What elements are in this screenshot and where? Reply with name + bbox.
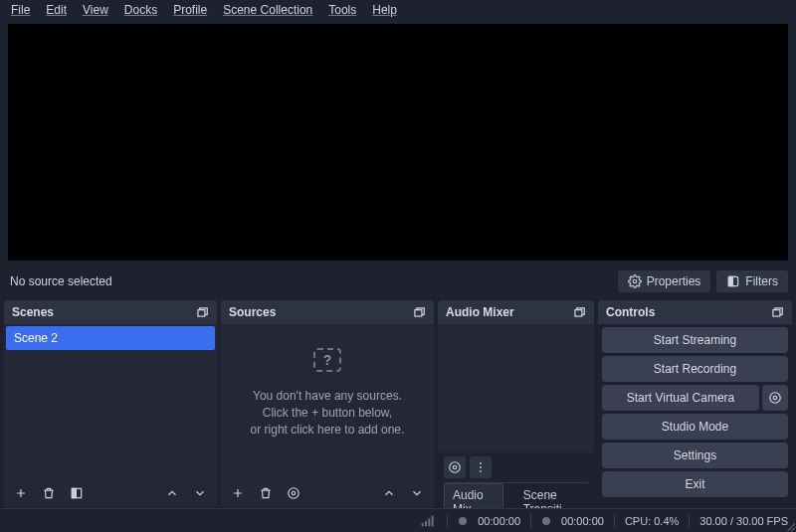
menu-view[interactable]: View <box>76 2 115 18</box>
svg-point-13 <box>480 466 482 468</box>
scenes-footer <box>4 478 217 508</box>
start-recording-button[interactable]: Start Recording <box>602 356 788 382</box>
move-scene-down-button[interactable] <box>189 482 211 504</box>
remove-scene-button[interactable] <box>38 482 60 504</box>
svg-rect-2 <box>729 276 733 285</box>
dock-row: Scenes Scene 2 Sources ? You don't have … <box>0 296 796 508</box>
add-source-button[interactable] <box>227 482 249 504</box>
svg-point-22 <box>459 517 467 525</box>
sources-header[interactable]: Sources <box>221 300 434 324</box>
svg-point-17 <box>770 393 781 404</box>
filters-icon <box>726 274 740 288</box>
svg-rect-19 <box>425 521 427 526</box>
sources-empty-line1: You don't have any sources. <box>253 389 402 403</box>
chevron-up-icon <box>165 486 179 500</box>
controls-title: Controls <box>606 305 655 319</box>
move-source-up-button[interactable] <box>378 482 400 504</box>
scenes-dock: Scenes Scene 2 <box>4 300 217 508</box>
virtual-camera-settings-button[interactable] <box>762 385 788 411</box>
source-properties-button[interactable] <box>283 482 304 504</box>
popout-icon[interactable] <box>412 305 426 319</box>
audio-mixer-header[interactable]: Audio Mixer <box>438 300 594 324</box>
menu-edit[interactable]: Edit <box>39 2 74 18</box>
scene-filters-button[interactable] <box>66 482 88 504</box>
sources-list[interactable]: ? You don't have any sources. Click the … <box>221 324 434 478</box>
sources-empty-line2: Click the + button below, <box>263 406 392 420</box>
scenes-list[interactable]: Scene 2 <box>4 324 217 478</box>
scene-item[interactable]: Scene 2 <box>6 326 215 350</box>
move-source-down-button[interactable] <box>406 482 428 504</box>
svg-point-14 <box>480 470 482 472</box>
menu-tools[interactable]: Tools <box>321 2 363 18</box>
studio-mode-button[interactable]: Studio Mode <box>602 414 788 440</box>
scenes-header[interactable]: Scenes <box>4 300 217 324</box>
rec-duration: 00:00:00 <box>561 515 604 527</box>
menu-file[interactable]: File <box>4 2 37 18</box>
svg-point-8 <box>289 488 299 499</box>
remove-source-button[interactable] <box>255 482 277 504</box>
live-duration: 00:00:00 <box>478 515 520 527</box>
audio-mixer-body <box>438 324 594 452</box>
status-bar: 00:00:00 00:00:00 CPU: 0.4% 30.00 / 30.0… <box>0 508 796 532</box>
cpu-usage: CPU: 0.4% <box>625 515 679 527</box>
tab-scene-transitions[interactable]: Scene Transiti... <box>515 484 588 509</box>
gear-icon <box>287 486 300 500</box>
no-source-label: No source selected <box>10 274 112 288</box>
resize-grip[interactable] <box>785 521 795 531</box>
menu-help[interactable]: Help <box>365 2 404 18</box>
popout-icon[interactable] <box>572 305 586 319</box>
menu-profile[interactable]: Profile <box>166 2 214 18</box>
svg-rect-15 <box>773 310 780 316</box>
scenes-title: Scenes <box>12 305 54 319</box>
sources-dock: Sources ? You don't have any sources. Cl… <box>221 300 434 508</box>
properties-button[interactable]: Properties <box>618 270 711 292</box>
move-scene-up-button[interactable] <box>161 482 183 504</box>
svg-rect-5 <box>72 488 76 497</box>
menu-docks[interactable]: Docks <box>117 2 164 18</box>
rec-dot-icon <box>541 516 551 526</box>
gear-icon <box>768 391 782 405</box>
trash-icon <box>42 486 56 500</box>
svg-rect-20 <box>429 518 431 526</box>
start-virtual-camera-button[interactable]: Start Virtual Camera <box>602 385 759 411</box>
trash-icon <box>259 486 273 500</box>
settings-button[interactable]: Settings <box>602 443 788 468</box>
source-toolbar: No source selected Properties Filters <box>0 266 796 296</box>
svg-rect-18 <box>422 523 424 526</box>
popout-icon[interactable] <box>770 305 784 319</box>
sources-empty-line3: or right click here to add one. <box>251 423 405 437</box>
audio-mixer-dock: Audio Mixer Audio Mix... Scene Transiti.… <box>438 300 594 508</box>
fps-counter: 30.00 / 30.00 FPS <box>699 515 788 527</box>
add-scene-button[interactable] <box>10 482 32 504</box>
plus-icon <box>231 486 245 500</box>
exit-button[interactable]: Exit <box>602 471 788 497</box>
svg-rect-6 <box>415 310 422 316</box>
start-streaming-button[interactable]: Start Streaming <box>602 327 788 353</box>
properties-label: Properties <box>647 274 701 288</box>
preview-canvas[interactable] <box>8 24 788 261</box>
svg-point-10 <box>453 465 457 469</box>
filters-button[interactable]: Filters <box>716 270 788 292</box>
controls-body: Start Streaming Start Recording Start Vi… <box>598 324 792 500</box>
svg-point-12 <box>480 462 482 464</box>
filters-label: Filters <box>745 274 778 288</box>
menu-scene-collection[interactable]: Scene Collection <box>216 2 319 18</box>
sources-title: Sources <box>229 305 276 319</box>
popout-icon[interactable] <box>195 305 209 319</box>
question-icon: ? <box>313 348 341 372</box>
svg-point-11 <box>450 462 461 473</box>
sources-empty-state: ? You don't have any sources. Click the … <box>221 324 434 478</box>
svg-point-7 <box>292 491 296 495</box>
mixer-settings-button[interactable] <box>444 456 466 478</box>
kebab-icon <box>474 460 488 474</box>
network-icon <box>421 515 437 527</box>
live-dot-icon <box>458 516 468 526</box>
sources-footer <box>221 478 434 508</box>
audio-mixer-title: Audio Mixer <box>446 305 514 319</box>
mixer-menu-button[interactable] <box>470 456 492 478</box>
chevron-down-icon <box>410 486 424 500</box>
audio-mixer-footer: Audio Mix... Scene Transiti... <box>438 452 594 508</box>
controls-header[interactable]: Controls <box>598 300 792 324</box>
tab-audio-mixer[interactable]: Audio Mix... <box>444 483 503 508</box>
chevron-up-icon <box>382 486 396 500</box>
